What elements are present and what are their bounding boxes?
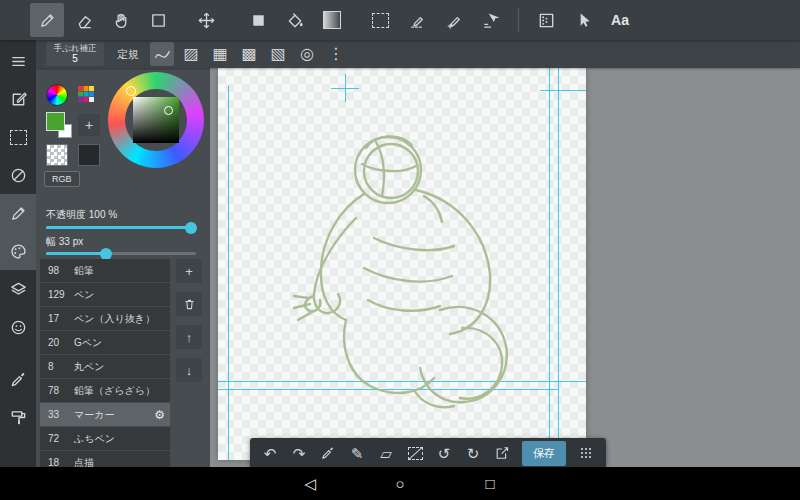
top-toolbar: Aa: [0, 0, 800, 40]
export-button[interactable]: [489, 440, 515, 466]
shape-tool-button[interactable]: [141, 3, 175, 37]
brush-settings-icon[interactable]: ⚙: [154, 408, 165, 422]
select-arrow-icon: [482, 11, 501, 30]
delete-brush-button[interactable]: [176, 292, 202, 316]
cursor-icon: [574, 11, 593, 30]
pen-button[interactable]: ✎: [344, 440, 370, 466]
pencil-icon: ✎: [351, 446, 364, 461]
add-color-button[interactable]: +: [78, 114, 100, 136]
hand-tool-button[interactable]: [104, 3, 138, 37]
undo-button[interactable]: ↶: [257, 440, 283, 466]
tone-tool-button[interactable]: [529, 3, 563, 37]
ruler-grid-button[interactable]: ▦: [208, 42, 232, 66]
sidebar-material-button[interactable]: [0, 398, 36, 436]
ruler-parallel-button[interactable]: ▨: [179, 42, 203, 66]
width-slider-thumb[interactable]: [100, 248, 112, 260]
select-pen-tool-button[interactable]: [400, 3, 434, 37]
width-slider-fill: [46, 252, 106, 255]
rgb-mode-button[interactable]: RGB: [44, 171, 80, 187]
brush-size: 72: [48, 433, 74, 444]
opacity-slider[interactable]: [46, 226, 196, 229]
brush-item[interactable]: 20Gペン: [40, 331, 170, 354]
sidebar-menu-button[interactable]: [0, 42, 36, 80]
sketch-drawing: [218, 68, 586, 460]
eraser-button[interactable]: ▱: [373, 440, 399, 466]
brush-item-selected[interactable]: 33マーカー⚙: [40, 403, 170, 426]
fill-rect-tool-button[interactable]: [241, 3, 275, 37]
select-move-tool-button[interactable]: [474, 3, 508, 37]
grid-menu-button[interactable]: [573, 440, 599, 466]
nav-back-button[interactable]: ◁: [295, 475, 325, 493]
pen-tool-button[interactable]: [30, 3, 64, 37]
tone-icon: [537, 11, 556, 30]
ruler-concentric-button[interactable]: ◎: [295, 42, 319, 66]
quick-toolbar: ↶ ↷ ✎ ▱ ↺ ↻ 保存: [250, 438, 606, 468]
select-tool-button[interactable]: [363, 3, 397, 37]
saturation-value-square[interactable]: [133, 97, 179, 143]
hue-wheel-mode-button[interactable]: [46, 84, 68, 106]
brush-item[interactable]: 129ペン: [40, 283, 170, 306]
ruler-overflow-menu-button[interactable]: ⋮: [324, 42, 348, 66]
brush-item[interactable]: 72ふちペン: [40, 427, 170, 450]
sidebar-deselect-button[interactable]: [0, 156, 36, 194]
sidebar-brush-panel-button[interactable]: [0, 194, 36, 232]
ruler-snap-curve-button[interactable]: [150, 42, 174, 66]
sidebar-edit-button[interactable]: [0, 80, 36, 118]
brush-item[interactable]: 8丸ペン: [40, 355, 170, 378]
sidebar-eyedropper-button[interactable]: [0, 360, 36, 398]
brush-size: 129: [48, 289, 74, 300]
text-tool-button[interactable]: Aa: [603, 3, 637, 37]
brush-list: 98鉛筆 129ペン 17ペン（入り抜き） 20Gペン 8丸ペン 78鉛筆（ざら…: [40, 259, 170, 474]
concentric-circle-icon: ◎: [300, 46, 314, 62]
brush-name: 丸ペン: [74, 360, 104, 374]
hue-marker[interactable]: [126, 86, 136, 96]
nav-home-button[interactable]: ○: [385, 475, 415, 492]
deselect-button[interactable]: [402, 440, 428, 466]
move-brush-down-button[interactable]: ↓: [176, 358, 202, 382]
eyedropper-button[interactable]: [315, 440, 341, 466]
dashed-select-icon: [372, 13, 389, 28]
filled-square-icon: [249, 11, 268, 30]
palette-grid-mode-button[interactable]: [76, 84, 96, 104]
sidebar-resources-button[interactable]: [0, 308, 36, 346]
add-brush-button[interactable]: +: [176, 259, 202, 283]
sv-marker[interactable]: [164, 106, 173, 115]
sidebar-select-button[interactable]: [0, 118, 36, 156]
sidebar-layers-button[interactable]: [0, 270, 36, 308]
save-button[interactable]: 保存: [522, 441, 566, 466]
text-tool-label: Aa: [611, 12, 629, 28]
secondary-color-swatch[interactable]: [78, 144, 100, 166]
width-slider[interactable]: [46, 252, 196, 255]
gradient-tool-button[interactable]: [315, 3, 349, 37]
canvas[interactable]: [218, 68, 586, 460]
brush-item[interactable]: 98鉛筆: [40, 259, 170, 282]
eyedropper-icon: [9, 370, 28, 389]
color-wheel[interactable]: [108, 72, 204, 168]
rotate-right-button[interactable]: ↻: [460, 440, 486, 466]
redo-button[interactable]: ↷: [286, 440, 312, 466]
crosshatch-icon: ▩: [241, 46, 256, 62]
move-brush-up-button[interactable]: ↑: [176, 325, 202, 349]
stabilization-button[interactable]: 手ぶれ補正 5: [46, 42, 104, 66]
ruler-stripes-button[interactable]: ▧: [266, 42, 290, 66]
eraser-tool-button[interactable]: [67, 3, 101, 37]
brush-item[interactable]: 78鉛筆（ざらざら）: [40, 379, 170, 402]
cursor-tool-button[interactable]: [566, 3, 600, 37]
sidebar-color-panel-button[interactable]: [0, 232, 36, 270]
eraser-icon: ▱: [380, 446, 392, 461]
ruler-crosshatch-button[interactable]: ▩: [237, 42, 261, 66]
rotate-left-button[interactable]: ↺: [431, 440, 457, 466]
nav-recents-button[interactable]: □: [475, 475, 505, 492]
opacity-slider-thumb[interactable]: [185, 222, 197, 234]
undo-icon: ↶: [264, 446, 277, 461]
foreground-color-swatch[interactable]: [46, 112, 72, 138]
brush-item[interactable]: 17ペン（入り抜き）: [40, 307, 170, 330]
redo-icon: ↷: [293, 446, 306, 461]
bucket-tool-button[interactable]: [278, 3, 312, 37]
select-eraser-icon: [445, 11, 464, 30]
brush-name: ペン: [74, 288, 94, 302]
move-tool-button[interactable]: [189, 3, 223, 37]
transparent-color-swatch[interactable]: [46, 144, 68, 166]
stabilization-value: 5: [72, 53, 78, 64]
select-eraser-tool-button[interactable]: [437, 3, 471, 37]
